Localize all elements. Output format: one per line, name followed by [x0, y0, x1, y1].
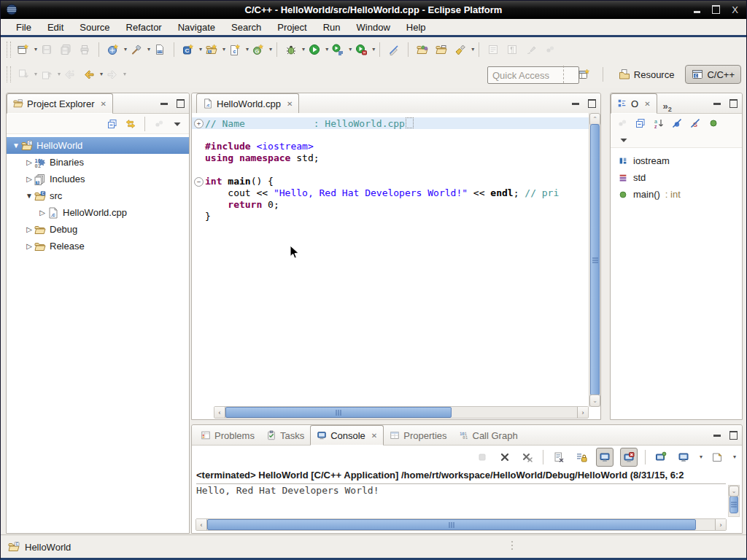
tree-item-helloworld-cpp[interactable]: ▷.cHelloWorld.cpp — [7, 204, 189, 221]
remove-all-terminated-button[interactable] — [519, 448, 535, 466]
perspective-resource-button[interactable]: Resource — [612, 65, 681, 84]
scroll-down-icon[interactable]: ⌄ — [589, 394, 600, 407]
scroll-lock-button[interactable] — [573, 448, 589, 466]
scroll-right-icon[interactable]: › — [577, 407, 588, 418]
collapsed-arrow-icon[interactable]: ▷ — [37, 209, 47, 217]
collapse-all-icon[interactable] — [107, 118, 118, 130]
focus-task-button[interactable] — [541, 40, 560, 59]
tree-item-helloworld[interactable]: ▼CHelloWorld — [7, 137, 189, 154]
console-output[interactable]: Hello, Red Hat Developers World! — [196, 485, 726, 517]
menu-project[interactable]: Project — [269, 19, 314, 35]
editor-horizontal-scrollbar[interactable]: ‹ › — [214, 406, 589, 419]
tree-item-release[interactable]: ▷Release — [7, 238, 189, 254]
search-button[interactable] — [451, 40, 470, 59]
tab-outline-close-icon[interactable]: ✕ — [644, 100, 650, 108]
block-selection-button[interactable] — [484, 40, 503, 59]
open-resource-button[interactable] — [432, 40, 451, 59]
debug-button[interactable] — [282, 40, 301, 59]
code-line[interactable]: using namespace std; — [192, 152, 589, 164]
code-line[interactable]: } — [192, 211, 589, 222]
menu-search[interactable]: Search — [223, 19, 269, 35]
terminate-button[interactable] — [474, 448, 490, 466]
menu-run[interactable]: Run — [315, 19, 349, 35]
save-all-button[interactable] — [56, 40, 75, 59]
console-minimize-icon[interactable] — [713, 435, 721, 437]
code-line[interactable]: #include <iostream> — [192, 141, 589, 152]
maximize-button[interactable] — [712, 5, 720, 14]
forward-button[interactable] — [103, 65, 122, 84]
fold-minus-icon[interactable]: − — [192, 176, 205, 187]
last-edit-location-button[interactable] — [61, 65, 80, 84]
tab-helloworld-cpp-close-icon[interactable]: ✕ — [287, 100, 293, 108]
editor-vertical-scrollbar[interactable]: ⌃ ⌄ — [589, 113, 600, 407]
editor-hscroll-thumb[interactable] — [225, 407, 452, 418]
menu-source[interactable]: Source — [71, 19, 117, 35]
menu-refactor[interactable]: Refactor — [118, 19, 170, 35]
outline-minimize-icon[interactable] — [713, 103, 721, 105]
link-with-editor-icon[interactable] — [125, 118, 136, 130]
new-source-folder-button[interactable]: C — [202, 40, 221, 59]
print-button[interactable] — [75, 40, 94, 59]
run-button[interactable] — [305, 40, 324, 59]
new-wizard-button[interactable] — [14, 40, 33, 59]
code-line[interactable] — [192, 129, 589, 141]
tab-tasks[interactable]: Tasks — [260, 426, 310, 445]
search-dropdown[interactable]: ▾ — [471, 47, 474, 52]
tab-call-graph[interactable]: 10011 Call Graph — [453, 426, 524, 445]
show-console-stdout-button[interactable] — [596, 448, 614, 467]
menu-window[interactable]: Window — [349, 19, 398, 35]
code-line[interactable] — [192, 164, 589, 176]
tree-item-src[interactable]: ▼Csrc — [7, 187, 189, 204]
explorer-view-menu-icon[interactable] — [171, 118, 183, 130]
show-whitespace-button[interactable]: ¶ — [503, 40, 522, 59]
launch-config-button[interactable] — [104, 40, 123, 59]
code-line[interactable]: −int main() { — [192, 176, 589, 187]
outline-item-std[interactable]: std — [611, 169, 742, 186]
new-class-button[interactable]: G — [249, 40, 268, 59]
explorer-minimize-icon[interactable] — [160, 103, 168, 105]
toolbar-drag-handle-2[interactable] — [7, 66, 11, 82]
tab-project-explorer[interactable]: Project Explorer ✕ — [7, 93, 113, 114]
remove-launch-button[interactable] — [497, 448, 513, 466]
console-hscroll-thumb[interactable] — [207, 519, 696, 530]
console-scroll-right-icon[interactable]: › — [715, 519, 726, 530]
code-line[interactable]: return 0; — [192, 199, 589, 211]
console-horizontal-scrollbar[interactable]: ‹ › — [196, 518, 727, 531]
tab-console-close-icon[interactable]: ✕ — [371, 432, 377, 440]
display-console-dropdown[interactable]: ▾ — [700, 454, 703, 460]
menu-navigate[interactable]: Navigate — [170, 19, 223, 35]
outline-focus-icon[interactable] — [616, 117, 628, 129]
console-scroll-down-icon[interactable]: ⌄ — [729, 486, 739, 497]
tab-properties[interactable]: Properties — [384, 426, 452, 445]
editor-vscroll-thumb[interactable] — [590, 124, 600, 396]
console-scroll-left-icon[interactable]: ‹ — [196, 519, 207, 530]
toolbar-drag-handle[interactable] — [7, 42, 11, 58]
minimize-button[interactable] — [694, 6, 700, 13]
outline-maximize-icon[interactable] — [729, 99, 738, 108]
tab-console[interactable]: Console ✕ — [310, 425, 384, 446]
console-vertical-scrollbar[interactable]: ⌃ ⌄ — [728, 485, 740, 517]
code-line[interactable]: +// Name : HelloWorld.cpp — [192, 117, 589, 129]
tree-item-debug[interactable]: ▷Debug — [7, 221, 189, 238]
previous-annotation-button[interactable] — [37, 65, 56, 84]
collapsed-arrow-icon[interactable]: ▷ — [24, 158, 34, 166]
external-tools-dropdown[interactable]: ▾ — [372, 47, 375, 52]
tab-outline[interactable]: O ✕ — [611, 93, 657, 114]
show-console-stderr-button[interactable] — [620, 448, 638, 467]
code-line[interactable]: cout << "Hello, Red Hat Developers World… — [192, 187, 589, 199]
collapsed-arrow-icon[interactable]: ▷ — [24, 225, 34, 233]
binary-file-button[interactable]: 010 — [150, 40, 169, 59]
tab-problems[interactable]: Problems — [195, 426, 260, 445]
collapsed-arrow-icon[interactable]: ▷ — [24, 175, 34, 183]
console-maximize-icon[interactable] — [729, 431, 738, 440]
menu-help[interactable]: Help — [398, 19, 434, 35]
editor-minimize-icon[interactable] — [572, 103, 579, 105]
open-console-button[interactable] — [709, 448, 725, 466]
code-editor[interactable]: +// Name : HelloWorld.cpp#include <iostr… — [192, 113, 589, 407]
outline-view-menu-icon[interactable] — [618, 134, 630, 146]
open-type-button[interactable] — [413, 40, 432, 59]
clear-console-button[interactable] — [551, 448, 567, 466]
save-button[interactable] — [37, 40, 56, 59]
next-annotation-button[interactable] — [14, 65, 33, 84]
new-class-dropdown[interactable]: ▾ — [269, 47, 272, 52]
